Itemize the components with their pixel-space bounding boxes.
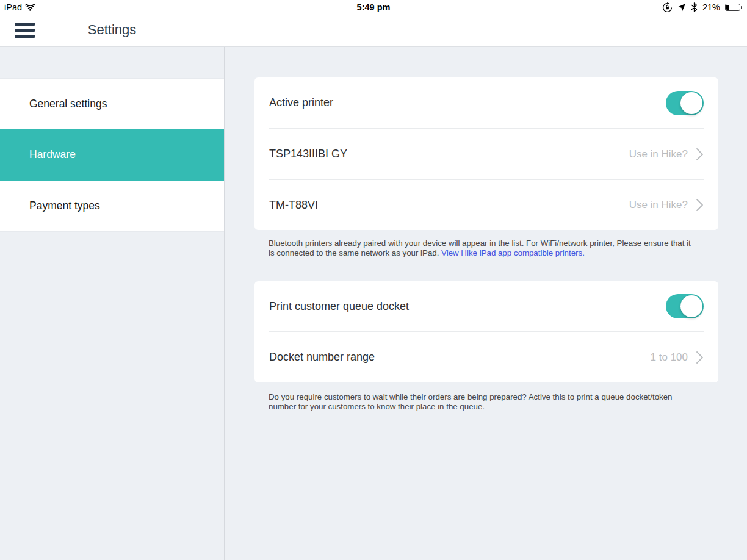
queue-card: Print customer queue docket Docket numbe…	[254, 281, 718, 382]
hardware-settings-panel: Active printer TSP143IIIBI GY Use in Hik…	[225, 47, 747, 560]
active-printer-row: Active printer	[254, 77, 718, 128]
sidebar-item-payment-types[interactable]: Payment types	[0, 181, 224, 232]
toggle-knob	[680, 295, 702, 317]
rotation-lock-icon	[662, 2, 673, 13]
printer-row[interactable]: TSP143IIIBI GY Use in Hike?	[254, 129, 718, 179]
chevron-right-icon	[696, 198, 704, 212]
queue-help-text: Do you require customers to wait while t…	[269, 392, 698, 411]
battery-percent: 21%	[702, 2, 720, 12]
sidebar-item-hardware[interactable]: Hardware	[0, 129, 224, 181]
use-in-hike-label: Use in Hike?	[629, 199, 688, 211]
carrier-label: iPad	[4, 2, 22, 12]
top-bar: iPad 5:49 pm	[0, 0, 747, 47]
status-bar: iPad 5:49 pm	[0, 0, 747, 15]
active-printer-label: Active printer	[269, 96, 333, 109]
chevron-right-icon	[696, 148, 704, 161]
compatible-printers-link[interactable]: View Hike iPad app compatible printers.	[441, 248, 585, 257]
use-in-hike-label: Use in Hike?	[629, 148, 688, 160]
docket-range-value: 1 to 100	[651, 351, 688, 364]
wifi-icon	[25, 4, 35, 11]
settings-sidebar: General settings Hardware Payment types	[0, 47, 225, 560]
battery-icon	[725, 4, 742, 11]
printer-name: TM-T88VI	[269, 199, 318, 212]
docket-range-row[interactable]: Docket number range 1 to 100	[254, 332, 718, 382]
sidebar-item-general-settings[interactable]: General settings	[0, 78, 224, 129]
settings-menu: General settings Hardware Payment types	[0, 78, 224, 232]
sidebar-item-label: Payment types	[29, 199, 100, 212]
page-title: Settings	[0, 15, 224, 46]
queue-docket-toggle[interactable]	[666, 294, 704, 318]
bluetooth-icon	[691, 2, 698, 12]
printer-row[interactable]: TM-T88VI Use in Hike?	[254, 180, 718, 230]
sidebar-item-label: Hardware	[29, 148, 76, 161]
toggle-knob	[680, 92, 702, 114]
queue-toggle-row: Print customer queue docket	[254, 281, 718, 331]
sidebar-item-label: General settings	[29, 98, 107, 110]
clock: 5:49 pm	[0, 0, 747, 15]
active-printer-toggle[interactable]	[666, 91, 704, 115]
queue-toggle-label: Print customer queue docket	[269, 300, 409, 313]
printer-help-text: Bluetooth printers already paired with y…	[269, 239, 698, 257]
chevron-right-icon	[696, 351, 704, 364]
printer-card: Active printer TSP143IIIBI GY Use in Hik…	[254, 77, 718, 230]
location-icon	[677, 3, 686, 12]
docket-range-label: Docket number range	[269, 351, 375, 364]
printer-name: TSP143IIIBI GY	[269, 148, 347, 160]
